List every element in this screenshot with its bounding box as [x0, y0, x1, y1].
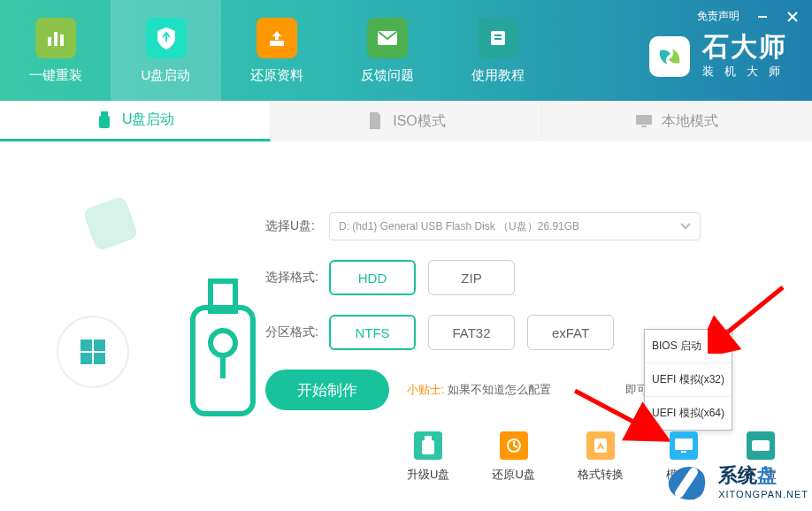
close-button[interactable] [785, 10, 800, 24]
nav-feedback[interactable]: 反馈问题 [332, 0, 442, 101]
svg-rect-4 [54, 32, 57, 46]
partition-option-fat32[interactable]: FAT32 [428, 315, 515, 350]
watermark-title: 系统 [718, 464, 757, 486]
format-label: 选择格式: [265, 270, 329, 286]
svg-rect-31 [422, 440, 434, 454]
popup-item-uefi-x64[interactable]: UEFI 模拟(x64) [645, 396, 732, 430]
svg-rect-35 [681, 451, 686, 453]
tip-prefix: 小贴士: [407, 383, 445, 396]
tab-usb-boot[interactable]: U盘启动 [0, 101, 271, 141]
restore-icon [500, 431, 528, 460]
nav-label: 还原资料 [250, 67, 303, 84]
tool-label: 升级U盘 [407, 467, 449, 483]
upload-icon [257, 18, 297, 58]
boot-mode-popup: BIOS 启动 UEFI 模拟(x32) UEFI 模拟(x64) [644, 329, 732, 431]
svg-rect-15 [82, 195, 139, 252]
convert-icon [586, 431, 615, 460]
tool-label: 格式转换 [578, 467, 624, 483]
select-usb-label: 选择U盘: [265, 218, 329, 234]
monitor-icon [635, 112, 653, 130]
chevron-down-icon [678, 218, 693, 235]
upgrade-icon [414, 431, 442, 460]
brand-title: 石大师 [702, 34, 791, 60]
book-icon [478, 18, 518, 58]
format-option-hdd[interactable]: HDD [329, 260, 416, 295]
tool-restore-usb[interactable]: 还原U盘 [492, 431, 534, 483]
watermark: 系统盘 XITONGPAN.NET [660, 454, 808, 507]
tab-local-mode[interactable]: 本地模式 [542, 101, 812, 141]
brand: 石大师 装机大师 [649, 34, 791, 80]
nav-tutorial[interactable]: 使用教程 [442, 0, 553, 101]
svg-point-26 [211, 331, 235, 355]
nav-reinstall[interactable]: 一键重装 [0, 0, 111, 101]
bars-icon [35, 18, 76, 58]
svg-rect-34 [675, 439, 693, 450]
tab-label: 本地模式 [662, 112, 718, 131]
partition-option-exfat[interactable]: exFAT [527, 315, 614, 350]
minimize-button[interactable] [755, 10, 770, 24]
disclaimer-link[interactable]: 免责声明 [697, 9, 739, 24]
nav-usb-boot[interactable]: U盘启动 [111, 0, 221, 101]
nav-label: 一键重装 [29, 67, 82, 84]
svg-rect-20 [80, 339, 92, 351]
svg-rect-36 [752, 440, 770, 451]
usb-stick-icon [96, 111, 113, 129]
svg-rect-13 [636, 115, 652, 125]
nav-restore[interactable]: 还原资料 [221, 0, 332, 101]
popup-item-uefi-x32[interactable]: UEFI 模拟(x32) [645, 362, 732, 396]
tool-upgrade-usb[interactable]: 升级U盘 [407, 431, 449, 483]
svg-rect-11 [101, 111, 108, 116]
svg-rect-21 [94, 339, 105, 351]
usb-drive-select[interactable]: D: (hd1) General USB Flash Disk （U盘）26.9… [329, 212, 701, 240]
usb-drive-value: D: (hd1) General USB Flash Disk （U盘）26.9… [339, 219, 579, 234]
usb-illustration [18, 166, 265, 431]
nav-label: 使用教程 [471, 67, 525, 84]
svg-rect-22 [80, 353, 92, 364]
partition-label: 分区格式: [265, 324, 329, 340]
iso-file-icon [366, 112, 384, 130]
svg-rect-30 [425, 436, 432, 440]
nav-label: U盘启动 [142, 67, 191, 84]
tool-label: 还原U盘 [492, 467, 534, 483]
nav-label: 反馈问题 [361, 67, 414, 84]
svg-rect-23 [94, 353, 105, 364]
tip-body: 如果不知道怎么配置 [448, 383, 551, 396]
tool-format-convert[interactable]: 格式转换 [578, 431, 624, 483]
svg-rect-6 [270, 41, 284, 46]
usb-shield-icon [146, 18, 187, 58]
watermark-url: XITONGPAN.NET [718, 489, 808, 500]
popup-item-bios[interactable]: BIOS 启动 [645, 330, 732, 362]
svg-point-19 [57, 317, 128, 387]
tab-label: U盘启动 [122, 111, 175, 129]
partition-option-ntfs[interactable]: NTFS [329, 315, 416, 350]
tip-text: 小贴士: 如果不知道怎么配置 即可 [407, 382, 648, 398]
tab-iso-mode[interactable]: ISO模式 [271, 101, 541, 141]
mail-icon [367, 18, 408, 58]
brand-subtitle: 装机大师 [702, 64, 791, 80]
start-make-button[interactable]: 开始制作 [265, 370, 389, 410]
tab-label: ISO模式 [393, 112, 446, 131]
svg-rect-5 [60, 34, 64, 46]
svg-rect-12 [99, 116, 110, 128]
format-option-zip[interactable]: ZIP [428, 260, 515, 295]
watermark-logo-icon [660, 454, 713, 507]
svg-rect-3 [48, 37, 51, 46]
brand-logo-icon [649, 36, 690, 77]
svg-rect-14 [641, 126, 647, 127]
